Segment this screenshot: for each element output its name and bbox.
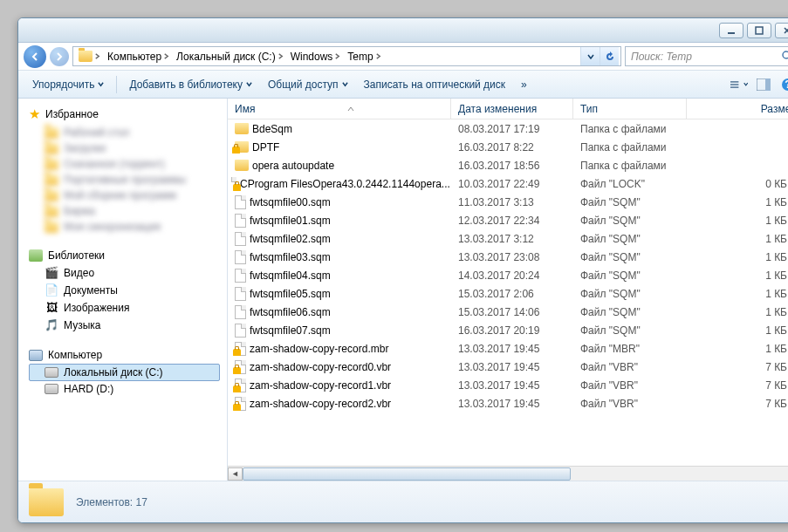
file-size: 1 КБ	[687, 251, 788, 263]
breadcrumb-seg-0[interactable]: Компьютер	[104, 47, 173, 65]
search-input[interactable]: Поиск: Temp	[625, 46, 788, 66]
sidebar-favorite-item[interactable]: Моя синхронизация	[29, 219, 227, 235]
libraries-icon	[29, 249, 43, 262]
folder-icon	[45, 127, 58, 139]
toolbar-overflow[interactable]: »	[514, 75, 534, 94]
file-row[interactable]: DPTF16.03.2017 8:22Папка с файлами	[228, 138, 788, 156]
nav-bar: Компьютер Локальный диск (C:) Windows Te…	[18, 43, 788, 71]
file-row[interactable]: zam-shadow-copy-record.mbr13.03.2017 19:…	[228, 339, 788, 358]
file-size: 7 КБ	[687, 379, 788, 392]
file-icon	[235, 342, 246, 356]
address-bar[interactable]: Компьютер Локальный диск (C:) Windows Te…	[72, 46, 621, 66]
lock-overlay-icon	[233, 367, 241, 374]
file-row[interactable]: zam-shadow-copy-record2.vbr13.03.2017 19…	[228, 394, 788, 413]
lock-overlay-icon	[233, 349, 241, 356]
file-type: Файл "SQM"	[573, 306, 687, 318]
file-name: fwtsqmfile07.sqm	[250, 324, 331, 337]
maximize-button[interactable]	[747, 23, 771, 38]
file-icon	[235, 287, 246, 301]
sidebar-favorite-item[interactable]: Биржа	[29, 203, 227, 219]
favorites-header[interactable]: ★Избранное	[29, 104, 227, 125]
file-icon	[235, 177, 236, 191]
svg-point-2	[783, 51, 788, 58]
breadcrumb-seg-1[interactable]: Локальный диск (C:)	[173, 47, 287, 65]
add-library-button[interactable]: Добавить в библиотеку	[122, 75, 259, 94]
refresh-button[interactable]	[600, 47, 619, 65]
file-size: 1 КБ	[687, 215, 788, 227]
file-row[interactable]: fwtsqmfile06.sqm15.03.2017 14:06Файл "SQ…	[228, 303, 788, 321]
file-name: fwtsqmfile02.sqm	[250, 233, 331, 245]
breadcrumb-seg-3[interactable]: Temp	[344, 47, 384, 65]
view-options-button[interactable]	[730, 76, 749, 93]
breadcrumb-root[interactable]	[75, 47, 104, 65]
file-row[interactable]: opera autoupdate16.03.2017 18:56Папка с …	[228, 156, 788, 174]
sidebar-library-item[interactable]: 🖼Изображения	[29, 299, 227, 317]
breadcrumb-seg-2[interactable]: Windows	[287, 47, 345, 65]
folder-icon	[45, 174, 58, 186]
libraries-header[interactable]: Библиотеки	[29, 247, 227, 264]
file-date: 08.03.2017 17:19	[451, 123, 573, 135]
sidebar-library-item[interactable]: 🎵Музыка	[29, 317, 227, 334]
address-dropdown[interactable]	[580, 47, 600, 65]
sidebar-favorite-item[interactable]: Рабочий стол	[29, 125, 227, 140]
svg-rect-7	[765, 78, 771, 91]
col-size[interactable]: Размер	[687, 99, 788, 119]
file-row[interactable]: fwtsqmfile02.sqm13.03.2017 3:12Файл "SQM…	[228, 229, 788, 248]
forward-button[interactable]	[50, 47, 69, 66]
file-type: Папка с файлами	[573, 123, 687, 135]
preview-pane-button[interactable]	[754, 76, 773, 93]
scroll-thumb[interactable]	[243, 467, 571, 481]
file-date: 14.03.2017 20:24	[451, 269, 573, 282]
titlebar	[18, 18, 788, 43]
file-name: zam-shadow-copy-record0.vbr	[250, 361, 391, 373]
sidebar-favorite-item[interactable]: Скачанное (торрент)	[29, 156, 227, 172]
sidebar-library-item[interactable]: 📄Документы	[29, 282, 227, 299]
file-row[interactable]: fwtsqmfile01.sqm12.03.2017 22:34Файл "SQ…	[228, 211, 788, 229]
status-bar: Элементов: 17	[18, 481, 788, 522]
file-name: CProgram FilesOpera43.0.2442.1144opera..…	[240, 178, 450, 190]
sidebar-drive-item[interactable]: HARD (D:)	[29, 381, 227, 397]
sidebar-library-item[interactable]: 🎬Видео	[29, 264, 227, 282]
close-button[interactable]	[775, 23, 788, 38]
help-button[interactable]: ?	[778, 76, 788, 93]
col-name[interactable]: Имя	[228, 99, 451, 119]
computer-header[interactable]: Компьютер	[29, 346, 227, 364]
minimize-button[interactable]	[719, 23, 743, 38]
scroll-left-button[interactable]: ◄	[228, 467, 243, 481]
file-row[interactable]: zam-shadow-copy-record0.vbr13.03.2017 19…	[228, 358, 788, 376]
file-date: 16.03.2017 20:19	[451, 324, 573, 337]
file-row[interactable]: fwtsqmfile03.sqm13.03.2017 23:08Файл "SQ…	[228, 248, 788, 266]
file-row[interactable]: fwtsqmfile04.sqm14.03.2017 20:24Файл "SQ…	[228, 266, 788, 284]
col-date[interactable]: Дата изменения	[451, 99, 573, 119]
file-type: Файл "SQM"	[573, 269, 687, 282]
svg-rect-1	[756, 27, 763, 34]
sidebar-drive-item[interactable]: Локальный диск (C:)	[29, 364, 220, 381]
back-button[interactable]	[24, 45, 46, 68]
file-size: 7 КБ	[687, 361, 788, 373]
col-type[interactable]: Тип	[573, 99, 687, 119]
file-row[interactable]: fwtsqmfile00.sqm11.03.2017 3:13Файл "SQM…	[228, 193, 788, 211]
share-button[interactable]: Общий доступ	[261, 75, 355, 94]
file-name: fwtsqmfile05.sqm	[250, 288, 331, 300]
file-row[interactable]: CProgram FilesOpera43.0.2442.1144opera..…	[228, 174, 788, 193]
file-type: Файл "VBR"	[573, 379, 687, 392]
file-name: fwtsqmfile04.sqm	[250, 269, 331, 282]
file-name: fwtsqmfile00.sqm	[250, 196, 331, 208]
file-name: zam-shadow-copy-record.mbr	[250, 343, 388, 355]
sidebar-favorite-item[interactable]: Портативные программы	[29, 172, 227, 188]
horizontal-scrollbar[interactable]: ◄ ►	[228, 466, 788, 481]
folder-icon	[45, 190, 58, 201]
file-row[interactable]: BdeSqm08.03.2017 17:19Папка с файлами	[228, 119, 788, 138]
file-type: Папка с файлами	[573, 141, 687, 153]
sidebar-favorite-item[interactable]: Загрузки	[29, 140, 227, 156]
file-type: Файл "SQM"	[573, 251, 687, 263]
file-row[interactable]: zam-shadow-copy-record1.vbr13.03.2017 19…	[228, 376, 788, 394]
file-type: Файл "SQM"	[573, 196, 687, 208]
sidebar-favorite-item[interactable]: Мой сборник программ	[29, 188, 227, 203]
file-date: 13.03.2017 19:45	[451, 361, 573, 373]
file-row[interactable]: fwtsqmfile05.sqm15.03.2017 2:06Файл "SQM…	[228, 284, 788, 303]
file-row[interactable]: fwtsqmfile07.sqm16.03.2017 20:19Файл "SQ…	[228, 321, 788, 339]
organize-button[interactable]: Упорядочить	[25, 75, 111, 94]
burn-button[interactable]: Записать на оптический диск	[357, 75, 513, 94]
svg-rect-5	[730, 86, 738, 88]
